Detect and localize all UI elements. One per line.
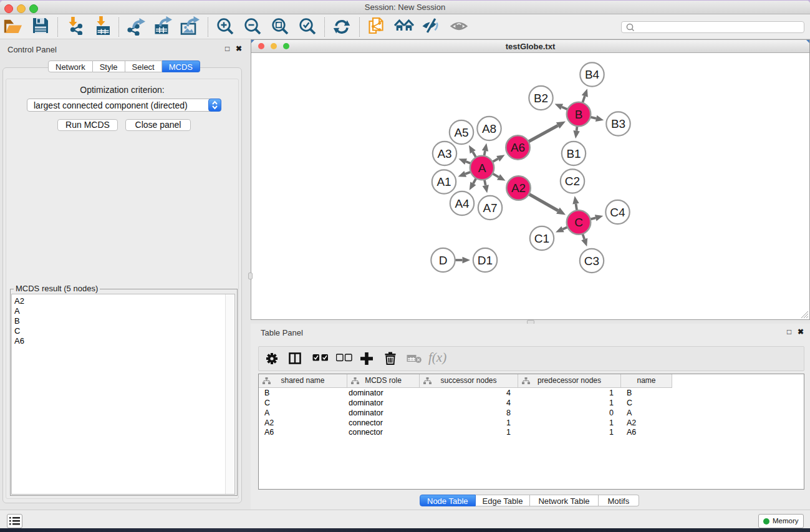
svg-text:A2: A2 bbox=[511, 181, 526, 195]
svg-text:C: C bbox=[574, 216, 583, 229]
svg-text:A8: A8 bbox=[482, 122, 496, 135]
svg-text:D: D bbox=[439, 254, 448, 267]
svg-text:C1: C1 bbox=[534, 232, 549, 245]
svg-text:B: B bbox=[575, 108, 583, 121]
svg-text:C4: C4 bbox=[610, 206, 625, 219]
svg-text:C3: C3 bbox=[584, 254, 599, 268]
svg-text:C2: C2 bbox=[565, 175, 580, 188]
svg-text:A1: A1 bbox=[436, 175, 451, 188]
svg-text:B1: B1 bbox=[566, 147, 581, 160]
svg-text:B4: B4 bbox=[585, 68, 600, 81]
svg-text:A3: A3 bbox=[437, 147, 451, 160]
svg-text:B3: B3 bbox=[611, 117, 625, 130]
svg-text:B2: B2 bbox=[534, 92, 548, 105]
svg-text:A7: A7 bbox=[483, 201, 497, 215]
svg-text:A6: A6 bbox=[511, 141, 525, 154]
svg-text:A5: A5 bbox=[454, 126, 468, 139]
svg-text:A4: A4 bbox=[455, 197, 470, 210]
svg-text:A: A bbox=[478, 162, 486, 175]
svg-text:D1: D1 bbox=[478, 254, 493, 267]
